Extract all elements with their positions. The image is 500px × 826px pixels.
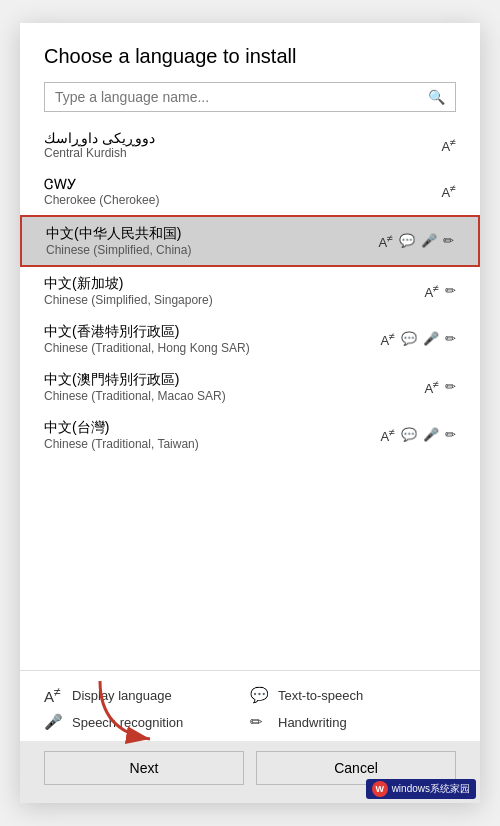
display-language-icon: A≠ <box>380 330 395 348</box>
text-to-speech-icon: 💬 <box>401 427 417 442</box>
legend-display-language: A≠ Display language <box>44 685 250 705</box>
watermark-text: windows系统家园 <box>392 782 470 796</box>
speech-recognition-icon: 🎤 <box>421 233 437 248</box>
next-button[interactable]: Next <box>44 751 244 785</box>
search-box: 🔍 <box>44 82 456 112</box>
language-name: ᏣᎳᎩ <box>44 176 441 193</box>
watermark-logo: W <box>372 781 388 797</box>
search-icon: 🔍 <box>428 89 445 105</box>
handwriting-icon: ✏ <box>445 283 456 298</box>
list-item[interactable]: 中文(新加坡) Chinese (Simplified, Singapore) … <box>20 267 480 315</box>
speech-recognition-icon: 🎤 <box>423 331 439 346</box>
list-item[interactable]: 中文(台灣) Chinese (Traditional, Taiwan) A≠ … <box>20 411 480 459</box>
language-name: 中文(中华人民共和国) <box>46 225 378 243</box>
legend-text-to-speech: 💬 Text-to-speech <box>250 685 456 705</box>
handwriting-icon: ✏ <box>445 379 456 394</box>
text-to-speech-icon: 💬 <box>401 331 417 346</box>
search-input[interactable] <box>55 89 428 105</box>
text-to-speech-icon: 💬 <box>399 233 415 248</box>
language-subname: Chinese (Simplified, Singapore) <box>44 293 424 307</box>
language-name: 中文(澳門特別行政區) <box>44 371 424 389</box>
list-item[interactable]: دووڕیکی داوڕاسك Central Kurdish A≠ <box>20 122 480 168</box>
language-install-dialog: Choose a language to install 🔍 دووڕیکی د… <box>20 23 480 803</box>
handwriting-icon: ✏ <box>443 233 454 248</box>
language-subname: Central Kurdish <box>44 146 441 160</box>
text-to-speech-label: Text-to-speech <box>278 688 363 703</box>
list-item[interactable]: ᏣᎳᎩ Cherokee (Cherokee) A≠ <box>20 168 480 215</box>
handwriting-label: Handwriting <box>278 715 347 730</box>
watermark: W windows系统家园 <box>366 779 476 799</box>
language-name: 中文(香港特別行政區) <box>44 323 380 341</box>
text-to-speech-legend-icon: 💬 <box>250 686 270 704</box>
language-name: 中文(台灣) <box>44 419 380 437</box>
language-name: 中文(新加坡) <box>44 275 424 293</box>
speech-recognition-icon: 🎤 <box>423 427 439 442</box>
display-language-icon: A≠ <box>424 282 439 300</box>
list-item[interactable]: 中文(澳門特別行政區) Chinese (Traditional, Macao … <box>20 363 480 411</box>
language-subname: Chinese (Traditional, Taiwan) <box>44 437 380 451</box>
language-subname: Cherokee (Cherokee) <box>44 193 441 207</box>
list-item[interactable]: 中文(香港特別行政區) Chinese (Traditional, Hong K… <box>20 315 480 363</box>
handwriting-icon: ✏ <box>445 331 456 346</box>
display-language-legend-icon: A≠ <box>44 685 64 705</box>
dialog-title: Choose a language to install <box>20 23 480 82</box>
list-item-selected[interactable]: 中文(中华人民共和国) Chinese (Simplified, China) … <box>20 215 480 267</box>
language-name: دووڕیکی داوڕاسك <box>44 130 441 146</box>
legend-section: A≠ Display language 💬 Text-to-speech 🎤 S… <box>20 670 480 741</box>
legend-speech-recognition: 🎤 Speech recognition <box>44 713 250 731</box>
handwriting-legend-icon: ✏ <box>250 713 270 731</box>
language-subname: Chinese (Traditional, Hong Kong SAR) <box>44 341 380 355</box>
display-language-icon: A≠ <box>378 232 393 250</box>
speech-recognition-legend-icon: 🎤 <box>44 713 64 731</box>
display-language-icon: A≠ <box>380 426 395 444</box>
language-subname: Chinese (Simplified, China) <box>46 243 378 257</box>
speech-recognition-label: Speech recognition <box>72 715 183 730</box>
legend-handwriting: ✏ Handwriting <box>250 713 456 731</box>
language-list: دووڕیکی داوڕاسك Central Kurdish A≠ ᏣᎳᎩ C… <box>20 122 480 670</box>
display-language-label: Display language <box>72 688 172 703</box>
language-subname: Chinese (Traditional, Macao SAR) <box>44 389 424 403</box>
display-language-icon: A≠ <box>441 182 456 200</box>
handwriting-icon: ✏ <box>445 427 456 442</box>
display-language-icon: A≠ <box>441 136 456 154</box>
display-language-icon: A≠ <box>424 378 439 396</box>
